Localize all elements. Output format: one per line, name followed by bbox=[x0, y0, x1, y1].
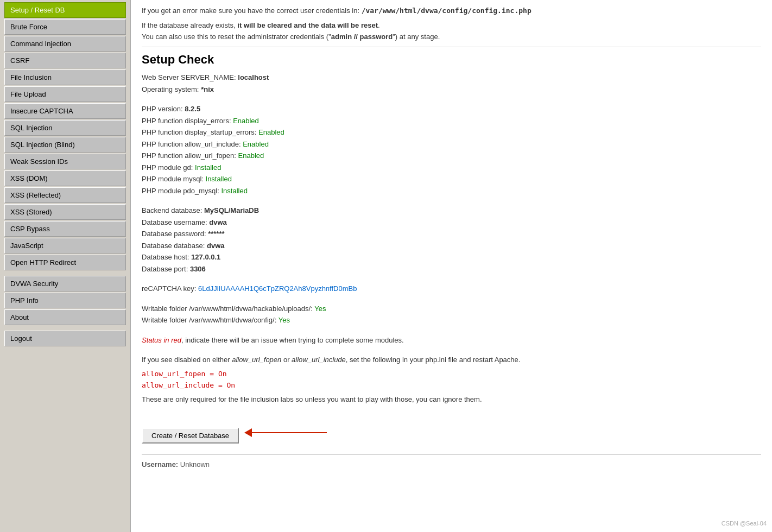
sidebar-item-xss-stored[interactable]: XSS (Stored) bbox=[4, 204, 126, 220]
sidebar-item-open-http-redirect[interactable]: Open HTTP Redirect bbox=[4, 255, 126, 270]
watermark: CSDN @Seal-04 bbox=[722, 520, 767, 527]
sidebar-item-insecure-captcha[interactable]: Insecure CAPTCHA bbox=[4, 103, 126, 119]
db-port-value: 3306 bbox=[190, 265, 206, 273]
php-allow-url-include-value: Enabled bbox=[243, 140, 269, 148]
writable-config-label: Writable folder /var/www/html/dvwa/confi… bbox=[142, 316, 276, 324]
db-password-value: ****** bbox=[208, 230, 224, 238]
status-red-note: Status in red, indicate there will be an… bbox=[142, 335, 761, 346]
db-port-line: Database port: 3306 bbox=[142, 264, 761, 275]
db-username-value: dvwa bbox=[209, 218, 227, 226]
sidebar-item-file-inclusion[interactable]: File Inclusion bbox=[4, 69, 126, 85]
web-server-line: Web Server SERVER_NAME: localhost bbox=[142, 72, 761, 83]
sidebar-item-php-info[interactable]: PHP Info bbox=[4, 293, 126, 308]
php-version-value: 8.2.5 bbox=[185, 105, 200, 113]
sidebar-item-about[interactable]: About bbox=[4, 309, 126, 325]
sidebar-item-dvwa-security[interactable]: DVWA Security bbox=[4, 276, 126, 292]
db-database-label: Database database: bbox=[142, 242, 205, 250]
db-username-label: Database username: bbox=[142, 218, 207, 226]
arrow-indicator bbox=[244, 428, 327, 437]
sidebar-item-sql-injection-blind[interactable]: SQL Injection (Blind) bbox=[4, 137, 126, 153]
db-host-value: 127.0.0.1 bbox=[191, 253, 220, 261]
backend-db-line: Backend database: MySQL/MariaDB bbox=[142, 205, 761, 216]
status-red-description: , indicate there will be an issue when t… bbox=[181, 336, 404, 344]
sidebar-item-command-injection[interactable]: Command Injection bbox=[4, 36, 126, 52]
username-value: Unknown bbox=[180, 460, 210, 468]
php-module-mysql: PHP module mysql: Installed bbox=[142, 174, 761, 185]
web-server-value: localhost bbox=[238, 73, 269, 81]
sidebar-item-csp-bypass[interactable]: CSP Bypass bbox=[4, 221, 126, 237]
os-label: Operating system: bbox=[142, 85, 199, 93]
db-password-label: Database password: bbox=[142, 230, 206, 238]
php-allow-url-fopen-value: Enabled bbox=[238, 151, 264, 160]
code-line1: allow_url_fopen = On bbox=[142, 369, 761, 380]
sidebar-item-sql-injection[interactable]: SQL Injection bbox=[4, 120, 126, 136]
backend-db-value: MySQL/MariaDB bbox=[204, 206, 259, 214]
recaptcha-line: reCAPTCHA key: 6LdJJlIUAAAAH1Q6cTpZRQ2Ah… bbox=[142, 283, 761, 294]
writable-uploads-line: Writable folder /var/www/html/dvwa/hacka… bbox=[142, 303, 761, 314]
php-display-startup-errors: PHP function display_startup_errors: Ena… bbox=[142, 127, 761, 138]
writable-uploads-label: Writable folder /var/www/html/dvwa/hacka… bbox=[142, 305, 313, 313]
create-reset-container: Create / Reset Database bbox=[142, 422, 761, 444]
ignore-note: These are only required for the file inc… bbox=[142, 394, 761, 405]
db-password-line: Database password: ****** bbox=[142, 229, 761, 239]
setup-check-section: Setup Check Web Server SERVER_NAME: loca… bbox=[142, 53, 761, 468]
php-module-gd: PHP module gd: Installed bbox=[142, 162, 761, 173]
db-port-label: Database port: bbox=[142, 265, 188, 273]
writable-config-line: Writable folder /var/www/html/dvwa/confi… bbox=[142, 315, 761, 326]
writable-config-value: Yes bbox=[279, 316, 290, 324]
sidebar-item-file-upload[interactable]: File Upload bbox=[4, 86, 126, 102]
sidebar-item-logout[interactable]: Logout bbox=[4, 331, 126, 346]
php-module-pdo-mysql-value: Installed bbox=[221, 187, 247, 195]
php-allow-url-include: PHP function allow_url_include: Enabled bbox=[142, 139, 761, 150]
disabled-note: If you see disabled on either allow_url_… bbox=[142, 354, 761, 365]
top-note-db-warning: If the database already exists, it will … bbox=[142, 20, 761, 43]
sidebar-item-brute-force[interactable]: Brute Force bbox=[4, 19, 126, 35]
sidebar-item-xss-reflected[interactable]: XSS (Reflected) bbox=[4, 187, 126, 203]
db-username-line: Database username: dvwa bbox=[142, 217, 761, 228]
top-note-credentials: If you get an error make sure you have t… bbox=[142, 5, 761, 17]
config-path: /var/www/html/dvwa/config/config.inc.php bbox=[362, 7, 531, 15]
sidebar: Setup / Reset DB Brute Force Command Inj… bbox=[0, 0, 130, 532]
os-value: *nix bbox=[201, 85, 214, 93]
db-host-line: Database host: 127.0.0.1 bbox=[142, 252, 761, 263]
nav-section-main: Setup / Reset DB Brute Force Command Inj… bbox=[0, 0, 130, 350]
writable-uploads-value: Yes bbox=[314, 305, 326, 313]
php-module-mysql-value: Installed bbox=[206, 175, 232, 183]
db-database-line: Database database: dvwa bbox=[142, 240, 761, 251]
footer-username: Username: Unknown bbox=[142, 460, 761, 468]
php-module-gd-value: Installed bbox=[195, 163, 221, 172]
db-host-label: Database host: bbox=[142, 253, 189, 261]
backend-db-label: Backend database: bbox=[142, 206, 202, 214]
sidebar-item-csrf[interactable]: CSRF bbox=[4, 53, 126, 68]
separator-bottom bbox=[142, 454, 761, 455]
recaptcha-label: reCAPTCHA key: bbox=[142, 284, 196, 293]
main-content: If you get an error make sure you have t… bbox=[130, 0, 772, 532]
sidebar-item-weak-session-ids[interactable]: Weak Session IDs bbox=[4, 154, 126, 169]
status-red-label: Status in red bbox=[142, 336, 181, 344]
username-label: Username: bbox=[142, 460, 178, 468]
php-version-label: PHP version: bbox=[142, 105, 183, 113]
setup-check-title: Setup Check bbox=[142, 53, 761, 67]
code-block: allow_url_fopen = On allow_url_include =… bbox=[142, 369, 761, 391]
separator-1 bbox=[142, 47, 761, 47]
sidebar-item-javascript[interactable]: JavaScript bbox=[4, 238, 126, 254]
recaptcha-value[interactable]: 6LdJJlIUAAAAH1Q6cTpZRQ2Ah8VpyzhnffD0mBb bbox=[198, 284, 357, 293]
sidebar-item-xss-dom[interactable]: XSS (DOM) bbox=[4, 170, 126, 186]
php-version-line: PHP version: 8.2.5 bbox=[142, 104, 761, 115]
code-line2: allow_url_include = On bbox=[142, 380, 761, 391]
php-display-errors: PHP function display_errors: Enabled bbox=[142, 116, 761, 126]
php-display-errors-value: Enabled bbox=[233, 117, 259, 125]
php-display-startup-errors-value: Enabled bbox=[258, 128, 284, 136]
arrow-line-icon bbox=[251, 432, 327, 433]
create-reset-button[interactable]: Create / Reset Database bbox=[142, 428, 239, 444]
db-database-value: dvwa bbox=[207, 242, 225, 250]
sidebar-item-setup-reset-db[interactable]: Setup / Reset DB bbox=[4, 2, 126, 18]
web-server-label: Web Server SERVER_NAME: bbox=[142, 73, 236, 81]
php-allow-url-fopen: PHP function allow_url_fopen: Enabled bbox=[142, 150, 761, 161]
os-line: Operating system: *nix bbox=[142, 84, 761, 95]
php-module-pdo-mysql: PHP module pdo_mysql: Installed bbox=[142, 186, 761, 197]
